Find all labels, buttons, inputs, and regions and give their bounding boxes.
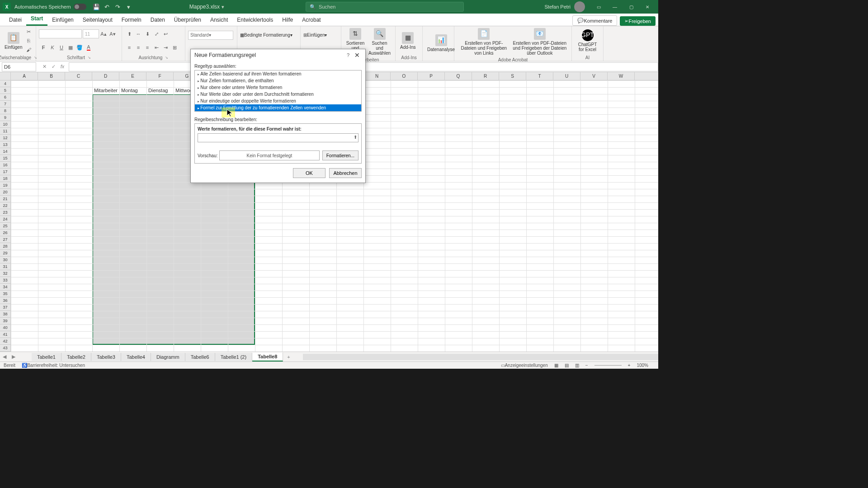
tab-hilfe[interactable]: Hilfe	[278, 14, 297, 26]
dialog-help-icon[interactable]: ?	[344, 52, 353, 58]
row-head-6[interactable]: 6	[0, 94, 11, 101]
align-left-icon[interactable]: ≡	[125, 43, 133, 52]
tab-datei[interactable]: Datei	[5, 14, 26, 26]
display-settings[interactable]: ▭ Anzeigeeinstellungen	[501, 363, 548, 368]
rule-option-2[interactable]: Nur obere oder untere Werte formatieren	[195, 84, 361, 91]
row-head-36[interactable]: 36	[0, 297, 11, 304]
row-head-23[interactable]: 23	[0, 209, 11, 216]
row-head-8[interactable]: 8	[0, 108, 11, 114]
find-select-button[interactable]: 🔍Suchen und Auswählen	[367, 27, 392, 56]
col-head-u[interactable]: U	[553, 72, 580, 80]
row-head-31[interactable]: 31	[0, 263, 11, 270]
row-head-17[interactable]: 17	[0, 169, 11, 175]
row-head-40[interactable]: 40	[0, 324, 11, 331]
data-analysis-button[interactable]: 📊Datenanalyse	[425, 27, 457, 59]
italic-icon[interactable]: K	[48, 43, 57, 52]
align-center-icon[interactable]: ≡	[134, 43, 142, 52]
row-head-29[interactable]: 29	[0, 250, 11, 257]
dialog-close-icon[interactable]: ✕	[353, 52, 362, 59]
cut-icon[interactable]: ✂	[24, 28, 33, 36]
col-head-e[interactable]: E	[119, 72, 146, 80]
row-head-34[interactable]: 34	[0, 284, 11, 291]
zoom-slider[interactable]	[594, 365, 622, 366]
cancel-button[interactable]: Abbrechen	[329, 168, 362, 178]
status-accessibility[interactable]: ♿ Barrierefreiheit: Untersuchen	[22, 363, 85, 368]
tab-formeln[interactable]: Formeln	[117, 14, 146, 26]
copy-icon[interactable]: ⎘	[24, 37, 33, 45]
row-head-27[interactable]: 27	[0, 236, 11, 243]
row-head-22[interactable]: 22	[0, 202, 11, 209]
col-head-q[interactable]: Q	[445, 72, 472, 80]
close-window-icon[interactable]: ✕	[639, 0, 656, 14]
tab-einfuegen[interactable]: Einfügen	[47, 14, 78, 26]
align-right-icon[interactable]: ≡	[143, 43, 151, 52]
wrap-text-icon[interactable]: ↩	[161, 30, 170, 38]
row-head-13[interactable]: 13	[0, 141, 11, 148]
docname-dropdown-icon[interactable]: ▾	[222, 4, 224, 10]
view-normal-icon[interactable]: ▦	[554, 363, 558, 368]
rule-option-1[interactable]: Nur Zellen formatieren, die enthalten	[195, 77, 361, 84]
tab-ueberpruefen[interactable]: Überprüfen	[170, 14, 206, 26]
rule-type-list[interactable]: Alle Zellen basierend auf ihren Werten f…	[194, 70, 362, 112]
tab-start[interactable]: Start	[26, 13, 47, 26]
horizontal-scrollbar[interactable]	[303, 354, 658, 360]
row-head-26[interactable]: 26	[0, 230, 11, 236]
row-head-15[interactable]: 15	[0, 155, 11, 162]
rule-option-5[interactable]: Formel zur Ermittlung der zu formatieren…	[195, 104, 361, 111]
row-head-21[interactable]: 21	[0, 196, 11, 202]
select-all-corner[interactable]	[0, 72, 11, 80]
share-button[interactable]: ➢ Freigeben	[620, 16, 656, 26]
row-head-35[interactable]: 35	[0, 291, 11, 297]
range-selector-icon[interactable]: ⬆	[354, 135, 357, 140]
alignment-launcher-icon[interactable]: ↘	[165, 56, 168, 60]
row-head-28[interactable]: 28	[0, 243, 11, 250]
ok-button[interactable]: OK	[293, 168, 326, 178]
autosave-toggle[interactable]	[74, 4, 86, 10]
col-head-b[interactable]: B	[38, 72, 65, 80]
row-head-32[interactable]: 32	[0, 270, 11, 277]
addins-button[interactable]: ▦Add-Ins	[398, 27, 417, 54]
zoom-in-icon[interactable]: +	[628, 363, 631, 368]
redo-icon[interactable]: ↷	[113, 2, 123, 11]
col-head-n[interactable]: N	[363, 72, 391, 80]
maximize-icon[interactable]: ▢	[623, 0, 639, 14]
sheet-tab-3[interactable]: Tabelle3	[91, 353, 121, 361]
cancel-formula-icon[interactable]: ✕	[40, 64, 49, 70]
row-head-42[interactable]: 42	[0, 338, 11, 345]
decrease-font-icon[interactable]: A▾	[108, 30, 117, 38]
row-head-20[interactable]: 20	[0, 189, 11, 196]
qat-dropdown-icon[interactable]: ▾	[124, 2, 133, 11]
align-middle-icon[interactable]: ↔	[134, 30, 142, 38]
zoom-out-icon[interactable]: −	[585, 363, 588, 368]
search-box[interactable]: 🔍 Suchen	[306, 2, 464, 12]
save-icon[interactable]: 💾	[92, 2, 101, 11]
ribbon-mode-icon[interactable]: ▭	[590, 0, 607, 14]
col-head-o[interactable]: O	[391, 72, 418, 80]
fx-icon[interactable]: fx	[58, 64, 67, 70]
tab-entwicklertools[interactable]: Entwicklertools	[232, 14, 278, 26]
col-head-c[interactable]: C	[65, 72, 92, 80]
sheet-tab-4[interactable]: Tabelle4	[121, 353, 151, 361]
chatgpt-button[interactable]: GPTChatGPT for Excel	[575, 27, 600, 54]
row-head-11[interactable]: 11	[0, 128, 11, 135]
row-head-38[interactable]: 38	[0, 311, 11, 318]
accept-formula-icon[interactable]: ✓	[49, 64, 58, 70]
tab-acrobat[interactable]: Acrobat	[297, 14, 325, 26]
row-head-10[interactable]: 10	[0, 121, 11, 128]
rule-option-4[interactable]: Nur eindeutige oder doppelte Werte forma…	[195, 98, 361, 104]
row-head-5[interactable]: 5	[0, 87, 11, 94]
col-head-w[interactable]: W	[608, 72, 635, 80]
merge-icon[interactable]: ⊞	[170, 43, 179, 52]
formula-input-box[interactable]: ⬆	[198, 133, 359, 142]
sheet-tab-6[interactable]: Tabelle6	[185, 353, 215, 361]
row-head-30[interactable]: 30	[0, 257, 11, 263]
sheet-tab-8[interactable]: Tabelle8	[252, 352, 283, 361]
font-launcher-icon[interactable]: ↘	[88, 56, 91, 60]
minimize-icon[interactable]: —	[607, 0, 623, 14]
sheet-next-icon[interactable]: ▶	[9, 354, 18, 360]
sheet-tab-2[interactable]: Tabelle2	[61, 353, 91, 361]
fill-color-icon[interactable]: 🪣	[75, 43, 84, 52]
row-head-41[interactable]: 41	[0, 331, 11, 338]
row-head-39[interactable]: 39	[0, 318, 11, 324]
row-head-14[interactable]: 14	[0, 148, 11, 155]
